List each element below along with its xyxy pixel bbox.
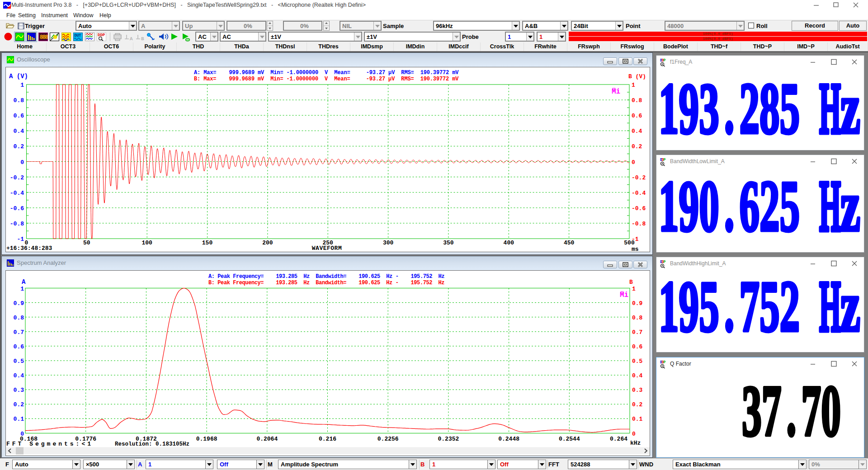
svg-text:.: . — [724, 69, 734, 149]
svg-text:0.1: 0.1 — [632, 416, 643, 423]
svg-text:B: B — [141, 36, 144, 42]
svg-text:6: 6 — [739, 168, 760, 246]
svg-text:500: 500 — [624, 240, 635, 246]
svg-text:0.3: 0.3 — [632, 387, 643, 394]
svg-text:2: 2 — [780, 270, 800, 347]
svg-text:A: Peak Frequency= 193.285: A: Peak Frequency= 193.285 Hz Bandwidth=… — [208, 273, 444, 280]
svg-text:-0.2: -0.2 — [632, 174, 646, 181]
svg-text:200: 200 — [262, 240, 273, 246]
svg-text:-1: -1 — [17, 236, 24, 243]
svg-text:0.8: 0.8 — [632, 97, 642, 104]
svg-text:7: 7 — [801, 371, 821, 451]
svg-text:1: 1 — [20, 82, 24, 89]
svg-text:0.6: 0.6 — [632, 343, 643, 350]
svg-text:0.5: 0.5 — [632, 358, 643, 365]
svg-text:1: 1 — [632, 82, 635, 89]
svg-text:-0.4: -0.4 — [10, 190, 24, 197]
svg-text:DDP: DDP — [660, 260, 665, 264]
svg-text:0.3: 0.3 — [14, 387, 24, 394]
svg-text:1: 1 — [20, 286, 24, 292]
svg-text:0: 0 — [632, 431, 636, 437]
svg-text:-0.2: -0.2 — [10, 174, 24, 181]
svg-text:0.4: 0.4 — [632, 372, 643, 379]
svg-text:5: 5 — [760, 270, 780, 347]
svg-text:150: 150 — [202, 240, 213, 246]
svg-text:300: 300 — [383, 240, 394, 246]
svg-text:.: . — [724, 168, 734, 246]
svg-text:0.264: 0.264 — [610, 436, 627, 442]
svg-text:WAVEFORM: WAVEFORM — [312, 245, 342, 252]
svg-text:0: 0 — [632, 159, 635, 166]
svg-text:z: z — [840, 68, 860, 148]
svg-text:0.2448: 0.2448 — [498, 436, 519, 442]
svg-text:1: 1 — [632, 286, 636, 292]
svg-text:0.2: 0.2 — [14, 143, 24, 150]
svg-text:.: . — [787, 371, 797, 451]
svg-text:0: 0 — [20, 159, 24, 166]
svg-text:9: 9 — [679, 270, 699, 347]
svg-text:H: H — [819, 270, 841, 346]
svg-text:0.1: 0.1 — [14, 416, 24, 423]
svg-text:A: A — [130, 36, 133, 42]
svg-text:0.2: 0.2 — [632, 401, 643, 408]
svg-text:7: 7 — [762, 371, 782, 451]
svg-text:.: . — [724, 270, 734, 347]
svg-text:M̈i: M̈i — [612, 88, 620, 96]
svg-text:-0.6: -0.6 — [10, 205, 24, 212]
svg-text:0.2256: 0.2256 — [377, 436, 399, 442]
svg-text:1: 1 — [659, 270, 679, 347]
svg-text:0.6: 0.6 — [14, 343, 24, 350]
svg-text:DDP: DDP — [660, 58, 665, 63]
svg-text:7: 7 — [739, 270, 760, 347]
svg-text:888: 888 — [40, 34, 48, 41]
svg-text:0.8: 0.8 — [14, 97, 24, 104]
svg-text:0.8: 0.8 — [14, 315, 24, 321]
svg-text:8: 8 — [760, 69, 780, 149]
svg-text:5: 5 — [780, 168, 800, 246]
svg-text:H: H — [819, 168, 841, 246]
svg-text:B: Peak Frequency= 193.285: B: Peak Frequency= 193.285 Hz Bandwidth=… — [208, 280, 444, 286]
svg-text:2: 2 — [739, 69, 760, 149]
svg-text:0.6: 0.6 — [632, 113, 642, 119]
svg-text:50: 50 — [83, 240, 90, 246]
svg-text:z: z — [840, 270, 860, 347]
svg-text:0.9: 0.9 — [632, 300, 643, 307]
svg-text:FFT Segments:<1: FFT Segments:<1 — [6, 441, 93, 447]
svg-text:H: H — [819, 69, 841, 149]
svg-text:450: 450 — [564, 240, 575, 246]
svg-text:0.2544: 0.2544 — [559, 436, 580, 442]
svg-text:9: 9 — [679, 69, 699, 149]
svg-text:DDP: DDP — [660, 360, 665, 365]
svg-text:1: 1 — [659, 69, 679, 149]
svg-text:-0.8: -0.8 — [632, 221, 646, 227]
svg-text:A: Max= 999.9689 mV Min= -: A: Max= 999.9689 mV Min= -1.0000000 V Me… — [194, 70, 459, 76]
svg-text:1: 1 — [659, 168, 679, 246]
svg-text:2: 2 — [760, 168, 780, 246]
svg-text:A (V): A (V) — [9, 73, 28, 80]
svg-text:+16:36:48:283: +16:36:48:283 — [6, 245, 52, 252]
svg-text:0.2064: 0.2064 — [256, 436, 278, 442]
svg-text:3: 3 — [699, 69, 719, 149]
svg-text:400: 400 — [504, 240, 514, 246]
svg-text:0.2: 0.2 — [14, 401, 24, 408]
svg-text:0.7: 0.7 — [632, 329, 642, 336]
svg-text:kHz: kHz — [630, 440, 641, 446]
svg-text:0.2352: 0.2352 — [438, 436, 459, 442]
svg-text:0.6: 0.6 — [14, 113, 24, 119]
svg-text:0.8: 0.8 — [632, 315, 643, 321]
svg-text:-0.6: -0.6 — [632, 205, 646, 212]
svg-text:9: 9 — [679, 168, 699, 246]
svg-text:DUT: DUT — [75, 33, 82, 38]
svg-text:0.5: 0.5 — [14, 358, 24, 365]
svg-text:B: Max= 999.9689 mV Min= -: B: Max= 999.9689 mV Min= -1.0000000 V Me… — [194, 76, 459, 82]
svg-text:A: A — [22, 278, 26, 286]
svg-text:3: 3 — [742, 371, 762, 451]
svg-text:B: B — [629, 279, 633, 286]
svg-text:0.1968: 0.1968 — [196, 436, 217, 442]
svg-text:0.216: 0.216 — [319, 436, 336, 442]
svg-text:Resolution: 0.183105Hz: Resolution: 0.183105Hz — [115, 441, 189, 447]
svg-text:0: 0 — [699, 168, 719, 246]
svg-text:0.4: 0.4 — [14, 372, 24, 379]
svg-text:0: 0 — [821, 371, 841, 451]
svg-text:z: z — [840, 168, 860, 246]
